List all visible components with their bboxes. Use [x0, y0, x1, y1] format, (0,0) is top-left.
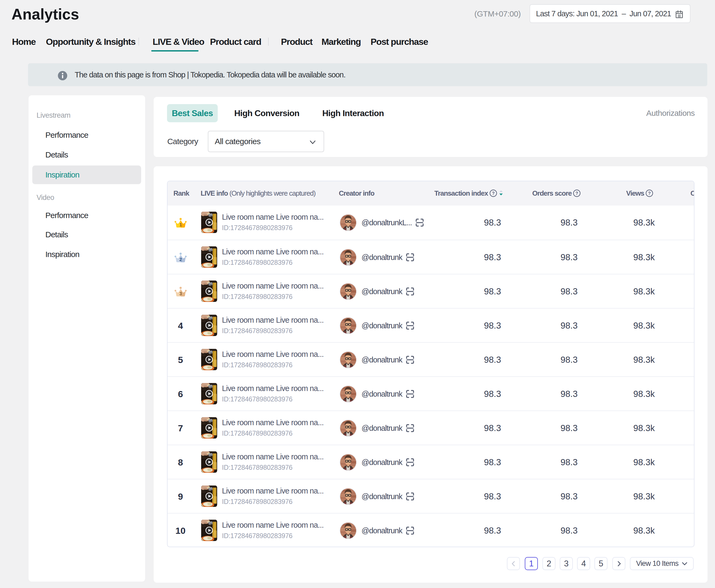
svg-text:3: 3	[179, 291, 182, 296]
svg-text:?: ?	[492, 191, 495, 196]
svg-text:1: 1	[179, 222, 182, 227]
svg-text:2: 2	[179, 257, 182, 262]
svg-text:?: ?	[648, 191, 651, 196]
svg-text:?: ?	[576, 191, 578, 196]
